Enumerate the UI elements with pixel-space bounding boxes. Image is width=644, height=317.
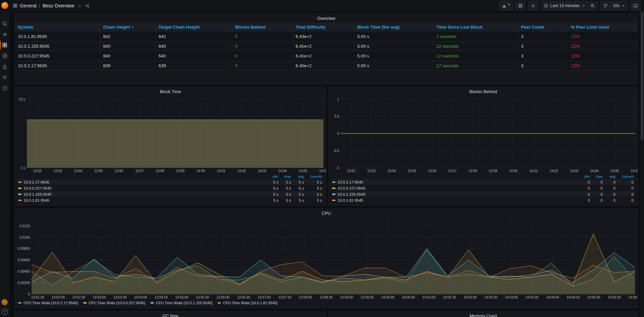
add-panel-button[interactable]: + <box>499 1 512 10</box>
dashboard-title[interactable]: Besu Overview <box>43 3 74 8</box>
panel-block-time: Block Time 13:5213:5313:5413:5513:5613:5… <box>14 87 326 206</box>
sidebar-item-configuration[interactable] <box>0 72 9 83</box>
legend-item[interactable]: CPU Time IRate [10.0.1.81:9545] <box>218 301 277 305</box>
y-axis-label: 0.5 <box>334 115 339 118</box>
legend-item[interactable]: CPU Time IRate [10.0.1.155:9545] <box>150 301 212 305</box>
save-dashboard-button[interactable] <box>515 1 525 10</box>
x-axis-label: 14:05 <box>299 169 307 173</box>
sidebar-item-alerting[interactable] <box>0 61 9 72</box>
panel-title-overview[interactable]: Overview <box>15 14 638 23</box>
x-axis-label: 14:04:30 <box>566 295 580 299</box>
column-header-blocks-behind[interactable]: Blocks Behind <box>232 23 292 32</box>
legend-stat-value: 5 s <box>265 180 278 184</box>
column-header-target-chain-height[interactable]: Target Chain Height <box>155 23 232 32</box>
legend-series-name[interactable]: 10.0.0.227:9545 <box>332 186 577 190</box>
legend-item[interactable]: CPU Time IRate [10.0.0.227:9545] <box>83 301 145 305</box>
table-cell: 5.00 s <box>354 41 433 51</box>
legend-swatch-icon[interactable] <box>332 200 335 201</box>
breadcrumb-section[interactable]: General <box>20 3 37 8</box>
legend-stat-avg[interactable]: avg <box>291 174 304 179</box>
legend-stat-max[interactable]: max <box>590 174 603 179</box>
legend-series-name[interactable]: 10.0.1.81:9545 <box>332 198 577 202</box>
panel-title-block-time[interactable]: Block Time <box>15 87 326 96</box>
column-header-total-difficulty[interactable]: Total Difficulty <box>292 23 354 32</box>
legend-series-name[interactable]: 10.0.2.17:9545 <box>18 180 265 184</box>
table-cell: 642 <box>100 32 155 41</box>
column-header-chain-height[interactable]: Chain Height▾ <box>100 23 155 32</box>
cpu-chart[interactable]: 13:51:3013:52:0013:52:3013:53:0013:53:30… <box>15 217 638 300</box>
legend-stat-value: 5 s <box>291 186 304 190</box>
legend-stat-value: 5 s <box>304 192 322 196</box>
scrollbar-thumb[interactable] <box>641 12 643 140</box>
legend-swatch-icon[interactable] <box>18 182 21 183</box>
legend-swatch-icon[interactable] <box>332 188 335 189</box>
refresh-interval-picker[interactable]: 10s <box>610 1 628 10</box>
legend-stat-avg[interactable]: avg <box>603 174 615 179</box>
legend-stat-max[interactable]: max <box>278 174 291 179</box>
refresh-button[interactable] <box>600 1 610 10</box>
legend-stat-current[interactable]: current <box>615 174 634 179</box>
legend-stat-value: 5 s <box>265 186 278 190</box>
x-axis-label: 13:57 <box>448 169 457 173</box>
legend-swatch-icon[interactable] <box>83 302 87 304</box>
blocks-behind-legend: minmaxavgcurrent10.0.2.17:9545000010.0.0… <box>329 174 638 203</box>
legend-stat-current[interactable]: current <box>304 174 322 179</box>
legend-swatch-icon[interactable] <box>18 194 21 195</box>
share-icon[interactable] <box>85 3 90 8</box>
legend-series-name[interactable]: 10.0.1.155:9545 <box>332 192 577 196</box>
panel-title-memory-used[interactable]: Memory Used <box>329 311 638 317</box>
table-cell: 12% <box>568 41 638 51</box>
block-time-chart[interactable]: 13:5213:5313:5413:5513:5613:5713:5813:59… <box>15 96 326 174</box>
sidebar-item-dashboards[interactable] <box>0 40 9 50</box>
legend-swatch-icon[interactable] <box>18 188 21 189</box>
legend-swatch-icon[interactable] <box>332 194 335 195</box>
panel-title-cpu[interactable]: CPU <box>15 209 638 217</box>
panel-title-gc-time[interactable]: GC time <box>15 311 326 317</box>
plus-icon <box>2 32 8 37</box>
y-axis-label: -1 <box>336 166 339 170</box>
column-header-block-time-5m-avg-[interactable]: Block Time (5m avg) <box>354 23 433 32</box>
legend-stat-value: 0 <box>590 180 603 184</box>
panel-title-blocks-behind[interactable]: Blocks Behind <box>329 87 638 96</box>
x-axis-label: 13:53:00 <box>93 295 106 299</box>
blocks-behind-chart[interactable]: 13:5213:5313:5413:5513:5613:5713:5813:59… <box>329 96 638 174</box>
legend-stat-min[interactable]: min <box>577 174 590 179</box>
sidebar-item-search[interactable] <box>0 18 9 29</box>
table-cell: 6.41e+2 <box>292 51 354 61</box>
x-axis-label: 13:55 <box>94 169 103 173</box>
column-header-system[interactable]: System <box>15 23 100 32</box>
user-avatar[interactable] <box>2 299 8 305</box>
column-header-time-since-last-block[interactable]: Time Since Last Block <box>433 23 518 32</box>
legend-item[interactable]: CPU Time IRate [10.0.2.17:9545] <box>18 301 78 305</box>
x-axis-label: 13:52 <box>33 169 41 173</box>
kiosk-mode-button[interactable] <box>630 1 641 10</box>
column-header--peer-limit-used[interactable]: % Peer Limit Used <box>568 23 638 32</box>
dashboard-settings-button[interactable] <box>528 1 538 10</box>
dashboard-icon <box>13 3 17 8</box>
x-axis-label: 13:54:30 <box>155 295 168 299</box>
star-icon[interactable]: ☆ <box>78 3 82 8</box>
sidebar-item-create[interactable] <box>0 29 9 40</box>
sidebar-item-explore[interactable] <box>0 50 9 61</box>
column-header-peer-count[interactable]: Peer Count <box>518 23 568 32</box>
legend-swatch-icon[interactable] <box>18 200 21 201</box>
legend-swatch-icon[interactable] <box>18 302 21 304</box>
legend-stat-min[interactable]: min <box>265 174 278 179</box>
zoom-out-time-button[interactable] <box>588 1 598 10</box>
legend-swatch-icon[interactable] <box>332 182 335 183</box>
x-axis-label: 14:02 <box>237 169 246 173</box>
table-cell: 640 <box>155 51 232 61</box>
x-axis-label: 14:02 <box>550 169 558 173</box>
sidebar-item-server-admin[interactable] <box>0 83 9 93</box>
legend-series-name[interactable]: 10.0.1.81:9545 <box>18 198 265 202</box>
legend-series-name[interactable]: 10.0.0.227:9545 <box>18 186 265 190</box>
legend-swatch-icon[interactable] <box>150 302 154 304</box>
grafana-logo[interactable] <box>0 0 9 11</box>
time-range-picker[interactable]: Last 15 minutes <box>541 1 588 10</box>
zoom-out-icon <box>590 3 595 8</box>
legend-series-name[interactable]: 10.0.2.17:9545 <box>332 180 577 184</box>
legend-series-name[interactable]: 10.0.1.155:9545 <box>18 192 265 196</box>
legend-swatch-icon[interactable] <box>218 302 221 304</box>
help-icon[interactable]: ? <box>2 309 8 315</box>
y-axis-label: 0 <box>28 292 30 296</box>
